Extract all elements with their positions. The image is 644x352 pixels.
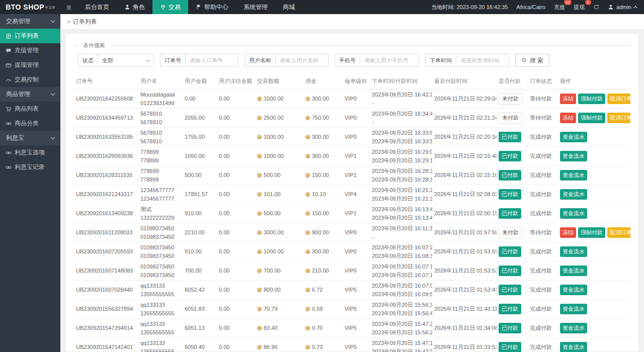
fund-flow-button[interactable]: 资金流水 — [560, 266, 587, 276]
sidebar-group-goods-mgmt[interactable]: 商品管理 — [0, 87, 60, 102]
user-name-cell: 测试13222222229 — [138, 204, 183, 223]
username-input[interactable] — [275, 54, 329, 67]
order-pay-time: 2023年09月20日 16:07:202023年09月20日 16:08:37 — [370, 242, 432, 261]
table-row: UB2309201628311535778899778899500.000.00… — [74, 166, 630, 185]
row-actions: 资金流水 — [558, 300, 630, 319]
order-no: UB2309201607028440 — [74, 281, 138, 300]
sidebar-item-recharge-mgmt[interactable]: 充值管理 — [0, 43, 60, 58]
sidebar-group-trade-mgmt[interactable]: 交易管理 — [0, 14, 60, 29]
user-menu[interactable]: admin — [608, 4, 637, 10]
table-row: UB2309201547294914qq13313313555555555605… — [74, 319, 630, 338]
orders-card: 条件搜索 状态 全部 订单号 用户名称 手 — [65, 33, 639, 352]
nav-label: 交易 — [169, 3, 181, 12]
paid-status: 未付款 — [497, 223, 528, 242]
commission: 300.00 — [303, 128, 343, 147]
paid-status: 已付款 — [497, 128, 528, 147]
column-header: 最后付款时间 — [432, 73, 497, 90]
sidebar-item-withdraw-mgmt[interactable]: 提现管理 — [0, 58, 60, 72]
last-pay-time: 2026年11月21日 02:21:24 — [432, 109, 497, 128]
orders-tbody: UB2309201642255608Moustafagalal012239314… — [74, 90, 630, 352]
cancel-order-button[interactable]: 取消订单 — [607, 94, 630, 104]
fund-flow-button[interactable]: 资金流水 — [560, 208, 587, 219]
trade-amount: 500.00 — [255, 166, 303, 185]
commission: 210.00 — [303, 261, 343, 281]
last-pay-time: 2026年11月21日 02:15:48 — [432, 147, 497, 166]
frozen-amount: 0.00 — [217, 90, 255, 109]
breadcrumb: » 订单列表 — [60, 14, 644, 30]
paid-status: 已付款 — [497, 281, 528, 300]
table-row: UB2309201633553185567891056789101755.000… — [74, 128, 630, 147]
filter-row: 状态 全部 订单号 用户名称 手机号 — [78, 54, 626, 67]
fund-flow-button[interactable]: 资金流水 — [560, 151, 587, 161]
nav-item-dashboard[interactable]: 后台首页 — [77, 0, 117, 14]
coin-icon — [305, 345, 310, 349]
freeze-button[interactable]: 冻结 — [560, 113, 576, 123]
paid-status: 未付款 — [497, 90, 528, 109]
phone-input[interactable] — [360, 54, 419, 67]
sidebar-item-goods-list[interactable]: 商品列表 — [0, 102, 60, 116]
withdraw-badge: 0 — [585, 0, 591, 5]
sidebar-item-lixibao-records[interactable]: 利息宝记录 — [0, 160, 60, 174]
nav-item-trade[interactable]: 交易 — [152, 0, 188, 14]
order-status: 完成付款 — [528, 319, 558, 338]
frozen-amount: 0.00 — [217, 147, 255, 166]
search-button[interactable]: 搜 索 — [515, 54, 549, 67]
fund-flow-button[interactable]: 资金流水 — [560, 285, 587, 295]
fund-flow-button[interactable]: 资金流水 — [560, 132, 587, 142]
user-amount: 2055.00 — [183, 109, 217, 128]
row-actions: 资金流水 — [558, 128, 630, 147]
fund-flow-button[interactable]: 资金流水 — [560, 342, 587, 352]
user-icon — [124, 4, 130, 10]
freeze-button[interactable]: 冻结 — [560, 94, 576, 104]
force-pay-button[interactable]: 强制付款 — [578, 113, 605, 123]
fund-flow-button[interactable]: 资金流水 — [560, 246, 587, 257]
fund-flow-button[interactable]: 资金流水 — [560, 170, 587, 181]
phone-filter: 手机号 — [335, 54, 419, 67]
sidebar-item-order-list[interactable]: 订单列表 — [0, 29, 60, 43]
sidebar-item-lixibao-options[interactable]: 利息宝选项 — [0, 145, 60, 160]
sidebar-group-label: 利息宝 — [6, 134, 24, 142]
sidebar-group-lixibao[interactable]: 利息宝 — [0, 131, 60, 145]
force-pay-button[interactable]: 强制付款 — [578, 227, 605, 238]
force-pay-button[interactable]: 强制付款 — [578, 94, 605, 104]
order-pay-time: 2023年09月20日 16:42:25- — [370, 90, 432, 109]
recharge-link[interactable]: 充值 12 — [554, 4, 565, 11]
order-level: VIP0 — [343, 128, 370, 147]
link-icon — [6, 164, 12, 170]
order-status: 完成付款 — [528, 261, 558, 281]
last-pay-time: 2026年11月21日 01:53:41 — [432, 281, 497, 300]
order-status: 等待付款 — [528, 223, 558, 242]
withdraw-link[interactable]: 提现 0 — [574, 4, 585, 11]
page-title: 订单列表 — [73, 18, 97, 26]
order-status: 完成付款 — [528, 147, 558, 166]
last-pay-time: 2026年11月21日 01:43:11 — [432, 300, 497, 319]
coin-icon — [257, 116, 262, 120]
sidebar-toggle-button[interactable] — [60, 0, 77, 14]
sidebar-item-goods-category[interactable]: 商品分类 — [0, 116, 60, 131]
status-select[interactable]: 全部 — [98, 54, 154, 67]
fund-flow-button[interactable]: 资金流水 — [560, 323, 587, 333]
fund-flow-button[interactable]: 资金流水 — [560, 304, 587, 314]
nav-item-roles[interactable]: 角色 — [117, 0, 152, 14]
fund-flow-button[interactable]: 资金流水 — [560, 189, 587, 200]
nav-label: 角色 — [133, 3, 145, 12]
refresh-button[interactable] — [593, 4, 599, 10]
nav-item-system[interactable]: 系统管理 — [236, 0, 275, 14]
order-time-input[interactable] — [456, 54, 509, 67]
nav-item-help-center[interactable]: 帮助中心 — [188, 0, 236, 14]
last-pay-time: 2026年11月21日 01:57:59 — [432, 223, 497, 242]
cancel-order-button[interactable]: 取消订单 — [607, 227, 630, 238]
frozen-amount: 0.00 — [217, 223, 255, 242]
coin-icon — [257, 249, 262, 254]
trade-amount: 70.79 — [255, 300, 303, 319]
order-level: VIP5 — [343, 338, 370, 352]
freeze-button[interactable]: 冻结 — [560, 227, 576, 238]
order-no-input[interactable] — [185, 54, 238, 67]
sidebar-item-trade-control[interactable]: 交易控制 — [0, 72, 60, 87]
cancel-order-button[interactable]: 取消订单 — [607, 113, 630, 123]
nav-item-mall[interactable]: 商城 — [275, 0, 302, 14]
sidebar-item-label: 利息宝选项 — [15, 148, 45, 157]
order-level: VIP0 — [343, 90, 370, 109]
user-name-cell: 56789105678910 — [138, 128, 183, 147]
user-name-cell: 0109837345001098373450 — [138, 261, 183, 281]
